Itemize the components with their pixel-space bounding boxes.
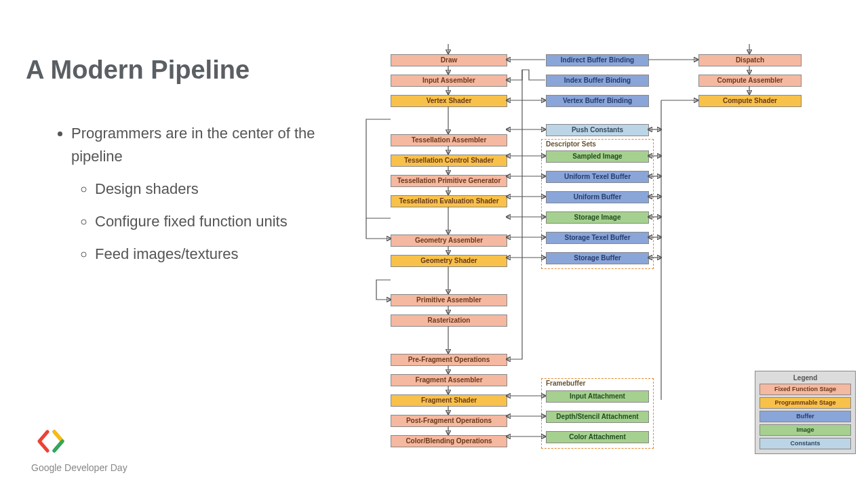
bullet-list: Programmers are in the center of the pip… xyxy=(54,122,326,275)
descriptor-sets-label: Descriptor Sets xyxy=(546,140,596,148)
legend-fixed-function: Fixed Function Stage xyxy=(760,384,851,395)
bullet-sub: Feed images/textures xyxy=(95,243,326,266)
res-sampled-image: Sampled Image xyxy=(546,150,649,163)
bullet-sub: Configure fixed function units xyxy=(95,210,326,233)
legend-buffer: Buffer xyxy=(760,411,851,422)
legend-programmable: Programmable Stage xyxy=(760,397,851,409)
developer-day-logo-icon xyxy=(37,430,65,455)
stage-compute-shader: Compute Shader xyxy=(698,95,802,107)
slide-title: A Modern Pipeline xyxy=(26,56,250,85)
res-storage-buffer: Storage Buffer xyxy=(546,252,649,264)
stage-dispatch: Dispatch xyxy=(698,54,802,66)
legend-constants: Constants xyxy=(760,438,851,449)
framebuffer-label: Framebuffer xyxy=(546,380,585,387)
res-uniform-texel-buffer: Uniform Texel Buffer xyxy=(546,171,649,183)
stage-rasterization: Rasterization xyxy=(391,314,507,327)
stage-color-blend: Color/Blending Operations xyxy=(391,435,507,447)
stage-pre-fragment: Pre-Fragment Operations xyxy=(391,354,507,366)
stage-tess-control: Tessellation Control Shader xyxy=(391,155,507,167)
stage-compute-assembler: Compute Assembler xyxy=(698,75,802,87)
res-depth-stencil: Depth/Stencil Attachment xyxy=(546,411,649,423)
stage-geom-shader: Geometry Shader xyxy=(391,255,507,267)
bullet-main: Programmers are in the center of the pip… xyxy=(71,122,326,168)
stage-tess-assembler: Tessellation Assembler xyxy=(391,134,507,146)
stage-post-fragment: Post-Fragment Operations xyxy=(391,415,507,427)
stage-tess-prim: Tessellation Primitive Generator xyxy=(391,175,507,187)
legend: Legend Fixed Function Stage Programmable… xyxy=(755,371,856,454)
stage-geom-assembler: Geometry Assembler xyxy=(391,235,507,247)
res-push-constants: Push Constants xyxy=(546,124,649,136)
slide: A Modern Pipeline Programmers are in the… xyxy=(0,0,868,488)
stage-prim-assembler: Primitive Assembler xyxy=(391,294,507,306)
stage-vertex-shader: Vertex Shader xyxy=(391,95,507,107)
stage-draw: Draw xyxy=(391,54,507,66)
res-vertex-buffer: Vertex Buffer Binding xyxy=(546,95,649,107)
bullet-sub: Design shaders xyxy=(95,178,326,201)
res-input-attachment: Input Attachment xyxy=(546,390,649,403)
res-storage-image: Storage Image xyxy=(546,211,649,224)
brand-caption: Google Developer Day xyxy=(31,462,127,473)
res-indirect-buffer: Indirect Buffer Binding xyxy=(546,54,649,66)
stage-frag-assembler: Fragment Assembler xyxy=(391,374,507,386)
res-uniform-buffer: Uniform Buffer xyxy=(546,191,649,203)
stage-input-assembler: Input Assembler xyxy=(391,75,507,87)
legend-title: Legend xyxy=(760,374,851,382)
res-color-attachment: Color Attachment xyxy=(546,431,649,443)
res-storage-texel-buffer: Storage Texel Buffer xyxy=(546,232,649,244)
stage-frag-shader: Fragment Shader xyxy=(391,394,507,407)
stage-tess-eval: Tessellation Evaluation Shader xyxy=(391,195,507,207)
legend-image: Image xyxy=(760,424,851,436)
res-index-buffer: Index Buffer Binding xyxy=(546,75,649,87)
